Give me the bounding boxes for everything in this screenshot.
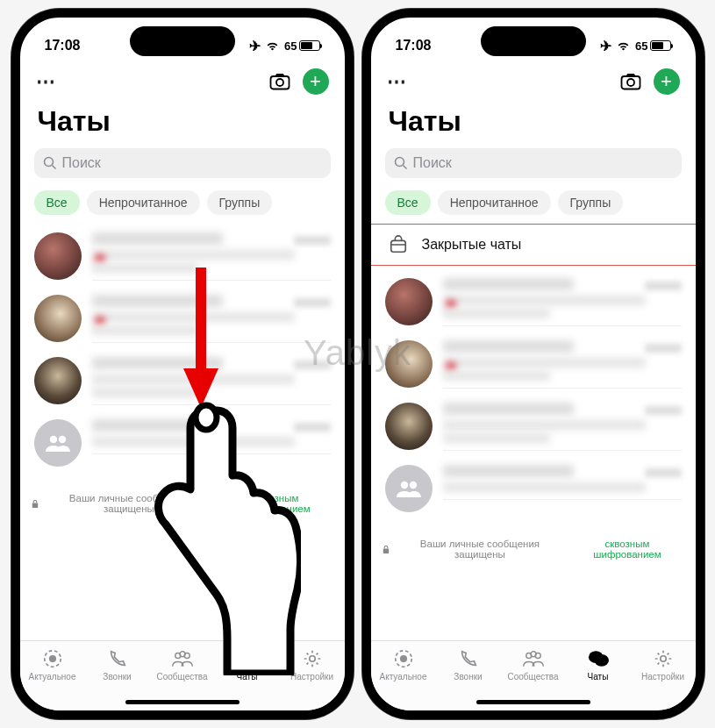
wifi-icon [616, 40, 631, 52]
camera-icon[interactable] [620, 73, 641, 90]
tab-chats[interactable]: Чаты [566, 648, 631, 682]
updates-icon [41, 648, 64, 669]
chat-row[interactable] [20, 350, 345, 412]
chat-row[interactable] [371, 458, 696, 519]
phone-right: 17:08 ✈︎ 65 ⋯ + Чаты Поиск Все Непрочита… [362, 9, 704, 719]
status-indicators: ✈︎ 65 [600, 38, 670, 54]
chats-icon [236, 648, 259, 669]
tab-calls[interactable]: Звонки [85, 648, 150, 682]
calls-icon [106, 648, 129, 669]
search-input[interactable]: Поиск [385, 148, 682, 178]
filter-unread[interactable]: Непрочитанное [438, 190, 551, 215]
tab-label: Настройки [641, 672, 684, 682]
tab-label: Сообщества [507, 672, 558, 682]
tab-updates[interactable]: Актуальное [371, 648, 436, 682]
filter-groups[interactable]: Группы [207, 190, 273, 215]
svg-point-12 [243, 654, 258, 667]
filter-groups[interactable]: Группы [558, 190, 624, 215]
locked-chats-label: Закрытые чаты [422, 237, 522, 253]
chat-row[interactable] [371, 271, 696, 333]
svg-point-22 [409, 482, 416, 489]
tab-label: Чаты [588, 672, 609, 682]
locked-chat-icon [389, 235, 408, 254]
avatar-group-icon[interactable] [34, 419, 82, 467]
chat-list [20, 222, 345, 477]
avatar-group-icon[interactable] [385, 465, 433, 512]
tab-settings[interactable]: Настройки [280, 648, 345, 682]
avatar[interactable] [34, 232, 82, 280]
tab-label: Звонки [103, 672, 131, 682]
svg-point-18 [627, 79, 634, 86]
status-time: 17:08 [45, 38, 81, 54]
chat-list [371, 268, 696, 523]
encryption-link[interactable]: сквозным шифрованием [569, 539, 684, 560]
wifi-icon [265, 40, 280, 52]
topbar: ⋯ + [20, 61, 345, 102]
encryption-link[interactable]: сквозным шифрованием [218, 493, 333, 514]
settings-icon [652, 648, 675, 669]
airplane-icon: ✈︎ [600, 38, 611, 54]
tab-label: Сообщества [156, 672, 207, 682]
svg-point-19 [395, 158, 404, 167]
battery-indicator: 65 [635, 39, 670, 53]
chat-row[interactable] [20, 288, 345, 350]
encryption-text: Ваши личные сообщения защищены [42, 493, 215, 514]
filter-row: Все Непрочитанное Группы [20, 182, 345, 222]
search-placeholder: Поиск [413, 155, 452, 171]
search-input[interactable]: Поиск [34, 148, 331, 178]
svg-point-21 [400, 482, 407, 489]
lock-icon [382, 545, 390, 554]
svg-point-13 [309, 656, 314, 661]
tab-calls[interactable]: Звонки [436, 648, 501, 682]
encryption-text: Ваши личные сообщения защищены [393, 539, 566, 560]
new-chat-button[interactable]: + [303, 68, 329, 95]
battery-indicator: 65 [284, 39, 319, 53]
filter-all[interactable]: Все [385, 190, 431, 215]
chat-row[interactable] [20, 225, 345, 288]
tab-chats[interactable]: Чаты [215, 648, 280, 682]
status-time: 17:08 [396, 38, 432, 54]
avatar[interactable] [34, 295, 82, 342]
topbar: ⋯ + [371, 61, 696, 102]
svg-point-30 [594, 654, 609, 667]
chat-row[interactable] [371, 333, 696, 396]
tab-communities[interactable]: Сообщества [501, 648, 566, 682]
search-icon [394, 156, 408, 170]
chat-row[interactable] [20, 412, 345, 474]
avatar[interactable] [385, 340, 433, 388]
camera-icon[interactable] [269, 73, 290, 90]
svg-rect-20 [390, 240, 405, 252]
tab-settings[interactable]: Настройки [631, 648, 696, 682]
calls-icon [457, 648, 480, 669]
tab-updates[interactable]: Актуальное [20, 648, 85, 682]
locked-chats-row[interactable]: Закрытые чаты [371, 224, 696, 266]
new-chat-button[interactable]: + [654, 68, 680, 95]
tab-label: Актуальное [29, 672, 76, 682]
status-indicators: ✈︎ 65 [249, 38, 319, 54]
tab-label: Настройки [290, 672, 333, 682]
svg-point-2 [44, 158, 53, 167]
svg-rect-5 [32, 503, 37, 508]
avatar[interactable] [34, 357, 82, 404]
dynamic-island [481, 26, 586, 56]
more-button[interactable]: ⋯ [387, 70, 407, 93]
svg-point-1 [276, 79, 283, 86]
filter-unread[interactable]: Непрочитанное [87, 190, 200, 215]
communities-icon [171, 648, 194, 669]
tab-label: Актуальное [380, 672, 427, 682]
more-button[interactable]: ⋯ [36, 70, 56, 93]
phone-left: 17:08 ✈︎ 65 ⋯ + Чаты Поиск Все Непрочита… [11, 9, 354, 719]
avatar[interactable] [385, 278, 433, 325]
page-title: Чаты [371, 102, 696, 145]
airplane-icon: ✈︎ [249, 38, 261, 54]
avatar[interactable] [385, 403, 433, 450]
filter-all[interactable]: Все [34, 190, 80, 215]
tab-label: Чаты [237, 672, 258, 682]
tab-communities[interactable]: Сообщества [150, 648, 215, 682]
chat-row[interactable] [371, 396, 696, 458]
search-placeholder: Поиск [62, 155, 101, 171]
filter-row: Все Непрочитанное Группы [371, 182, 696, 222]
chats-icon [587, 648, 610, 669]
lock-icon [31, 499, 39, 509]
encryption-note: Ваши личные сообщения защищены сквозным … [371, 523, 696, 575]
